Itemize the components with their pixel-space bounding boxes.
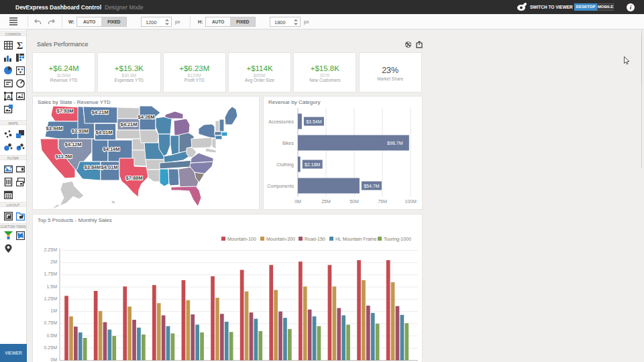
- svg-text:$3.94M: $3.94M: [46, 125, 62, 131]
- svg-text:$4.12M: $4.12M: [64, 141, 81, 147]
- svg-text:Accessories: Accessories: [268, 119, 294, 124]
- svg-text:1M: 1M: [50, 308, 57, 313]
- svg-text:75M: 75M: [378, 199, 387, 204]
- svg-text:25M: 25M: [321, 199, 331, 204]
- svg-text:Clothing: Clothing: [276, 162, 294, 168]
- svg-text:2M: 2M: [50, 259, 57, 264]
- svg-text:$11.5M: $11.5M: [56, 154, 72, 160]
- svg-text:A: A: [7, 94, 11, 100]
- svg-text:$2.18M: $2.18M: [305, 162, 321, 167]
- svg-text:$3.54M: $3.54M: [306, 119, 322, 124]
- svg-text:1.25M: 1.25M: [44, 296, 58, 301]
- svg-text:HL Mountain Frame: HL Mountain Frame: [335, 237, 377, 241]
- svg-text:Bikes: Bikes: [282, 141, 294, 145]
- svg-text:Σ: Σ: [17, 41, 23, 50]
- svg-text:Components: Components: [267, 184, 294, 189]
- svg-text:$4.26M: $4.26M: [138, 114, 154, 120]
- svg-text:$7.93M: $7.93M: [56, 108, 73, 114]
- svg-text:$3.84M: $3.84M: [84, 164, 101, 170]
- svg-text:$7.88M: $7.88M: [125, 175, 142, 181]
- svg-text:0M: 0M: [50, 357, 57, 361]
- svg-text:Mountain-100: Mountain-100: [227, 237, 256, 241]
- svg-text:Mountain-200: Mountain-200: [266, 237, 295, 241]
- svg-text:$3.93M: $3.93M: [71, 128, 88, 134]
- svg-text:$54.7M: $54.7M: [364, 184, 380, 188]
- svg-text:$4.21M: $4.21M: [120, 121, 137, 127]
- svg-text:$4.21M: $4.21M: [91, 109, 108, 115]
- svg-text:1.5M: 1.5M: [46, 284, 57, 289]
- svg-text:1.75M: 1.75M: [44, 272, 58, 276]
- svg-text:2.25M: 2.25M: [44, 247, 58, 252]
- svg-text:$4.01M: $4.01M: [101, 164, 117, 170]
- svg-text:0.5M: 0.5M: [46, 333, 57, 338]
- svg-text:$4.01M: $4.01M: [95, 129, 112, 135]
- svg-text:Touring-1000: Touring-1000: [384, 237, 411, 242]
- svg-text:$98.7M: $98.7M: [387, 141, 403, 145]
- svg-text:0.25M: 0.25M: [44, 345, 58, 350]
- svg-text:Road-150: Road-150: [305, 237, 325, 241]
- svg-text:0M: 0M: [294, 199, 301, 204]
- svg-text:100M: 100M: [405, 199, 417, 204]
- svg-text:0.75M: 0.75M: [44, 320, 58, 325]
- svg-text:$4.14M: $4.14M: [103, 146, 119, 152]
- svg-text:50M: 50M: [350, 199, 359, 204]
